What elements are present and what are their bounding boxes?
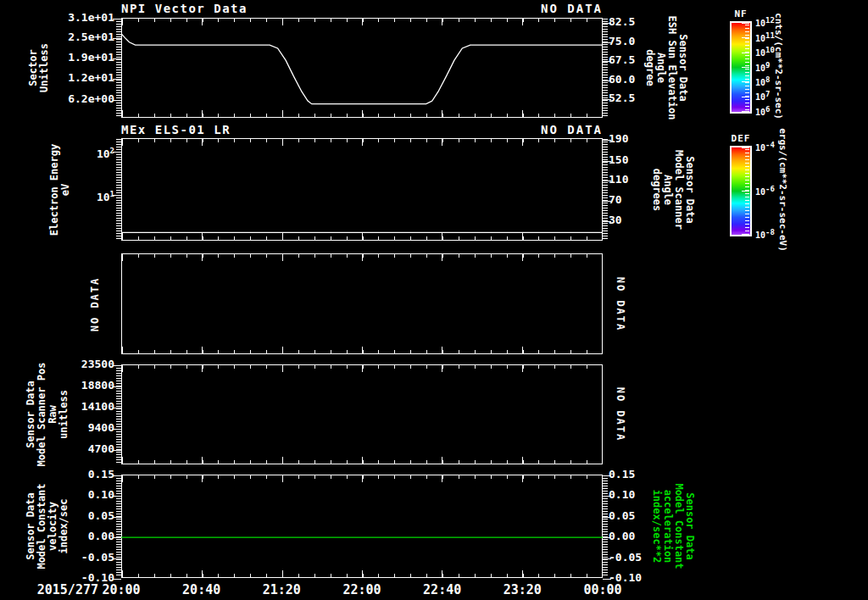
colorbar-major-tick — [742, 111, 749, 112]
x-major-tick — [442, 254, 442, 261]
colorbar-major-tick — [742, 191, 749, 192]
colorbar-major-tick — [742, 37, 749, 38]
colorbar-tick-label: 1010 — [755, 46, 775, 58]
panel-p3-box — [121, 253, 603, 354]
x-major-tick — [602, 365, 603, 372]
panel-p4-left-axis-label: Sensor Data Model Scanner Pos Raw unitle… — [25, 363, 70, 467]
x-major-tick — [522, 365, 523, 372]
colorbar-major-tick — [742, 53, 749, 53]
x-major-tick — [282, 347, 283, 353]
y-tick-label-left: 1.9e+01 — [0, 52, 114, 64]
x-major-tick — [122, 365, 123, 372]
colorbar-tick-label: 10-6 — [755, 185, 775, 197]
colorbar-NF — [730, 21, 752, 114]
panel-p1-left-axis-label: Sector Unitless — [28, 43, 50, 92]
colorbar-NF-units: cnts/(cm**2-sr-sec) — [773, 13, 784, 119]
series-p5 — [121, 475, 603, 578]
colorbar-tick-label: 108 — [755, 75, 770, 87]
x-major-tick — [202, 365, 203, 372]
x-tick-label: 22:40 — [422, 582, 463, 597]
x-major-tick — [122, 457, 123, 464]
colorbar-tick-label: 109 — [755, 61, 770, 73]
colorbar-DEF-title: DEF — [730, 133, 752, 144]
colorbar-major-tick — [742, 147, 749, 148]
panel-p1-right-axis-label: Sensor Data ESH Sun Elevation Angle degr… — [644, 16, 688, 120]
x-major-tick — [362, 365, 363, 372]
x-major-tick — [122, 254, 123, 261]
panel-p2-right-axis-label: Sensor Data Model Scanner Angle degrees — [651, 150, 695, 230]
x-tick-label: 20:00 — [101, 582, 142, 597]
y-tick-label-left: 1.2e+01 — [0, 72, 114, 84]
x-major-tick — [522, 347, 523, 353]
colorbar-tick-label: 1011 — [755, 31, 775, 43]
x-major-tick — [362, 254, 363, 261]
y-tick-label-left: 2.5e+01 — [0, 31, 114, 43]
x-major-tick — [282, 365, 283, 372]
x-major-tick — [362, 347, 363, 353]
plot-screen: 2015/277 3.1e+012.5e+011.9e+011.2e+016.2… — [0, 0, 868, 600]
y-tick-label-left: -0.10 — [0, 572, 114, 584]
colorbar-major-tick — [742, 81, 749, 82]
panel-p5-right-axis-label: Sensor Data Model Constant acceleration … — [651, 483, 695, 569]
colorbar-tick-label: 107 — [755, 90, 770, 102]
panel-p4-right-no-data: NO DATA — [615, 387, 626, 442]
x-major-tick — [282, 254, 283, 261]
x-major-tick — [202, 457, 203, 464]
x-major-tick — [202, 347, 203, 353]
y-tick-label-left: 3.1e+01 — [0, 12, 114, 24]
x-major-tick — [202, 254, 203, 261]
y-minor-ticks-left — [116, 365, 121, 464]
x-tick-label: 00:00 — [582, 582, 623, 597]
colorbar-tick-label: 1012 — [755, 16, 775, 28]
x-tick-label: 21:20 — [261, 582, 302, 597]
panel-p4-box — [121, 364, 603, 464]
panel-p5-left-axis-label: Sensor Data Model Constant velocity inde… — [25, 483, 70, 569]
trace-p1 — [121, 34, 603, 104]
y-tick-label-left: 0.15 — [0, 469, 114, 481]
x-major-tick — [122, 347, 123, 353]
panel-p2-status: NO DATA — [121, 123, 603, 136]
colorbar-DEF — [730, 146, 752, 236]
panel-p3-left-no-data: NO DATA — [90, 276, 101, 331]
colorbar-tick-label: 10-8 — [755, 228, 775, 240]
colorbar-tick-label: 10-4 — [755, 141, 775, 153]
colorbar-NF-title: NF — [730, 8, 752, 19]
x-major-tick — [282, 457, 283, 464]
date-label: 2015/277 — [20, 582, 98, 597]
x-major-tick — [362, 457, 363, 464]
x-major-tick — [442, 365, 442, 372]
x-tick-label: 23:20 — [502, 582, 542, 597]
x-tick-label: 20:40 — [181, 582, 222, 597]
colorbar-major-tick — [742, 97, 749, 97]
colorbar-major-tick — [742, 67, 749, 68]
y-minor-ticks-right — [603, 139, 608, 240]
colorbar-major-tick — [742, 234, 749, 235]
panel-p3-right-no-data: NO DATA — [615, 276, 626, 331]
y-minor-ticks-right — [603, 19, 608, 117]
x-major-tick — [442, 347, 442, 353]
x-major-tick — [602, 457, 603, 464]
series-p1 — [121, 18, 603, 118]
y-tick-label-left: 6.2e+00 — [0, 93, 114, 105]
colorbar-tick-label: 106 — [755, 105, 770, 117]
y-minor-ticks-right — [603, 475, 608, 577]
x-major-tick — [602, 254, 603, 261]
x-major-tick — [522, 457, 523, 464]
colorbar-major-tick — [742, 23, 749, 24]
x-major-tick — [442, 457, 442, 464]
panel-p1-status: NO DATA — [121, 2, 603, 15]
panel-p2-left-axis-label: Electron Energy eV — [49, 143, 71, 235]
x-major-tick — [522, 254, 523, 261]
x-tick-label: 22:00 — [342, 582, 382, 597]
y-tick-label-right: 190 — [609, 133, 661, 145]
colorbar-DEF-units: ergs/(cm**2-sr-sec-eV) — [777, 128, 788, 252]
y-tick-label-right: 0.15 — [609, 469, 661, 481]
series-p2 — [121, 138, 603, 241]
x-major-tick — [602, 347, 603, 353]
